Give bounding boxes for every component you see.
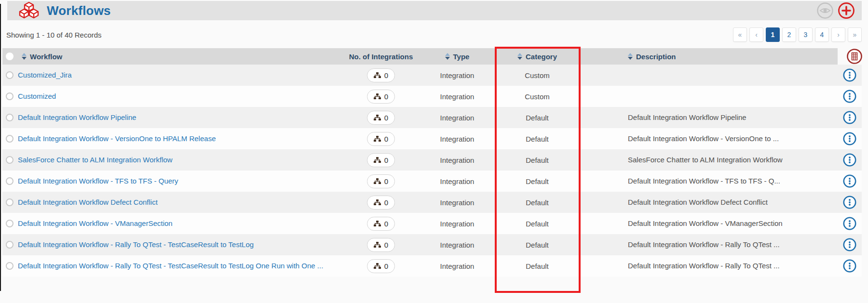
category-cell: Default [491,220,583,228]
column-chooser-icon[interactable] [846,48,863,65]
integrations-count-badge[interactable]: 0 [367,132,395,146]
row-radio-cell [2,156,17,164]
sitemap-icon [374,93,381,100]
row-menu-kebab-icon[interactable] [843,90,856,103]
sort-icon [628,53,633,60]
sitemap-icon [374,221,381,227]
row-radio[interactable] [6,135,14,143]
category-cell: Default [491,156,583,164]
integrations-cell: 0 [339,259,423,273]
workflow-link[interactable]: Default Integration Workflow - Rally To … [17,240,254,249]
row-actions-cell [838,153,862,167]
integrations-count: 0 [384,92,388,101]
workflows-table: Workflow No. of Integrations Type Catego… [2,48,862,277]
workflow-link[interactable]: Default Integration Workflow - Rally To … [17,262,323,270]
row-menu-kebab-icon[interactable] [843,174,856,188]
add-workflow-plus-icon[interactable] [838,2,855,19]
row-radio[interactable] [6,156,14,164]
integrations-count-badge[interactable]: 0 [367,217,395,231]
column-header-integrations: No. of Integrations [339,48,423,65]
row-radio[interactable] [6,71,14,79]
table-row: Default Integration Workflow - VManagerS… [2,213,862,234]
type-cell: Integration [423,220,491,228]
type-cell: Integration [423,241,491,249]
pagination-prev-button[interactable]: ‹ [749,27,763,42]
workflow-cell: Default Integration Workflow - Rally To … [17,240,339,249]
workflow-link[interactable]: Customized_Jira [17,71,72,79]
pagination-page-3[interactable]: 3 [799,27,813,42]
row-radio[interactable] [6,241,14,249]
pagination-page-4[interactable]: 4 [815,27,829,42]
sitemap-icon [374,136,381,142]
column-header-workflow[interactable]: Workflow [17,48,339,65]
integrations-count-badge[interactable]: 0 [367,174,395,188]
column-header-type[interactable]: Type [423,48,491,65]
row-actions-cell [838,132,862,145]
integrations-count-badge[interactable]: 0 [367,196,395,210]
workflow-link[interactable]: Default Integration Workflow - VersionOn… [17,134,216,143]
row-menu-kebab-icon[interactable] [843,238,856,251]
workflows-cubes-icon [19,1,39,20]
row-menu-kebab-icon[interactable] [843,111,856,124]
eye-icon[interactable] [816,2,834,19]
row-menu-kebab-icon[interactable] [843,217,856,230]
column-header-description[interactable]: Description [583,48,838,65]
workflow-link[interactable]: Customized [17,92,56,100]
row-menu-kebab-icon[interactable] [843,259,856,273]
row-actions-cell [838,259,862,273]
pagination-next-button[interactable]: › [831,27,845,42]
workflow-link[interactable]: Default Integration Workflow - TFS to TF… [17,177,178,185]
workflow-link[interactable]: SalesForce Chatter to ALM Integration Wo… [17,156,173,164]
integrations-cell: 0 [339,68,423,82]
row-radio[interactable] [6,114,14,121]
sitemap-icon [374,263,381,269]
integrations-count-badge[interactable]: 0 [367,90,395,104]
column-header-category[interactable]: Category [491,48,583,65]
description-cell: Default Integration Workflow - TFS to TF… [583,177,838,185]
row-radio[interactable] [6,262,14,270]
integrations-count-badge[interactable]: 0 [367,111,395,125]
workflow-cell: Customized_Jira [17,71,339,79]
integrations-cell: 0 [339,217,423,231]
workflow-link[interactable]: Default Integration Workflow Defect Conf… [17,198,158,206]
row-radio[interactable] [6,220,14,227]
row-menu-kebab-icon[interactable] [843,153,856,167]
table-body: Customized_Jira [2,65,862,277]
row-menu-kebab-icon[interactable] [843,196,856,209]
sort-icon [517,53,522,60]
integrations-count: 0 [384,241,388,249]
workflow-link[interactable]: Default Integration Workflow - VManagerS… [17,219,173,227]
pagination-last-button[interactable]: » [848,27,862,42]
pagination-page-1[interactable]: 1 [766,27,780,42]
integrations-cell: 0 [339,111,423,125]
header-radio[interactable] [6,53,14,60]
row-menu-kebab-icon[interactable] [843,68,856,82]
row-radio[interactable] [6,198,14,206]
sitemap-icon [374,157,381,163]
workflow-cell: Default Integration Workflow - TFS to TF… [17,177,339,185]
row-radio[interactable] [6,92,14,100]
integrations-count-badge[interactable]: 0 [367,259,395,273]
integrations-count-badge[interactable]: 0 [367,153,395,167]
row-radio[interactable] [6,177,14,185]
column-chooser-cell [838,48,862,65]
description-cell: Default Integration Workflow Defect Conf… [583,198,838,207]
type-cell: Integration [423,177,491,185]
table-row: Default Integration Workflow - Rally To … [2,255,862,277]
workflow-link[interactable]: Default Integration Workflow Pipeline [17,113,136,121]
row-menu-kebab-icon[interactable] [843,132,856,145]
integrations-count: 0 [384,198,388,207]
table-row: Default Integration Workflow Defect Conf… [2,192,862,213]
records-summary: Showing 1 - 10 of 40 Records [6,31,102,39]
integrations-count-badge[interactable]: 0 [367,238,395,252]
type-cell: Integration [423,71,491,79]
integrations-count-badge[interactable]: 0 [367,68,395,82]
pagination-first-button[interactable]: « [733,27,747,42]
pagination: « ‹ 1 2 3 4 › » [733,27,862,42]
row-radio-cell [2,177,17,185]
pagination-page-2[interactable]: 2 [782,27,796,42]
category-cell: Custom [491,92,583,101]
category-cell: Default [491,135,583,143]
integrations-count: 0 [384,156,388,164]
sitemap-icon [374,115,381,121]
